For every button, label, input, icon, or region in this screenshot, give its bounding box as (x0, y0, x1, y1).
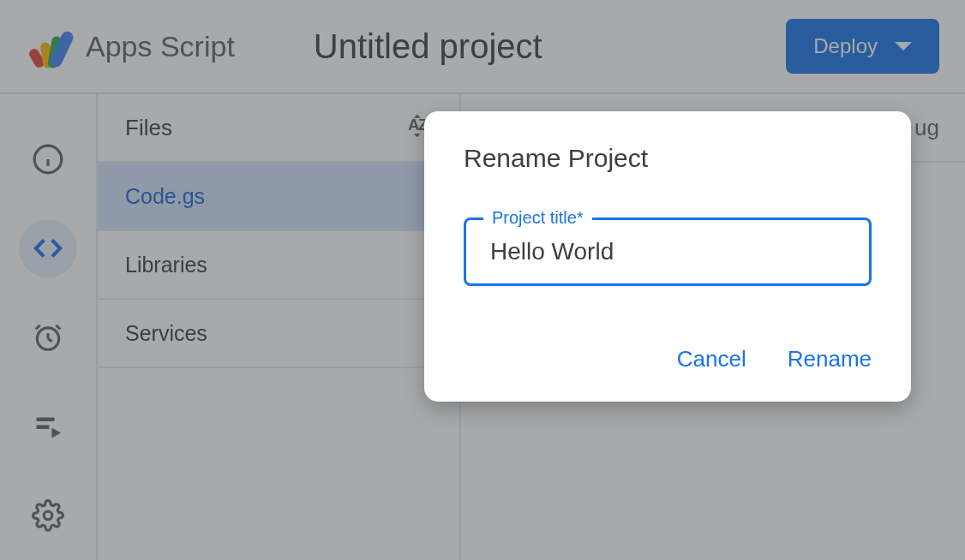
dialog-actions: Cancel Rename (464, 346, 872, 372)
rename-button[interactable]: Rename (788, 346, 872, 372)
dialog-title: Rename Project (464, 144, 872, 173)
project-title-input[interactable] (490, 238, 845, 265)
project-title-field[interactable]: Project title* (464, 217, 872, 286)
field-label: Project title* (483, 208, 592, 228)
cancel-button[interactable]: Cancel (677, 346, 746, 372)
rename-project-dialog: Rename Project Project title* Cancel Ren… (424, 111, 911, 402)
